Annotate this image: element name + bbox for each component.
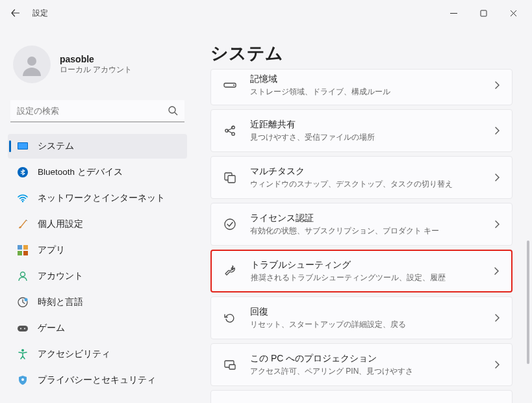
multitask-icon: [223, 170, 237, 185]
search-icon: [168, 105, 178, 116]
svg-point-13: [25, 298, 28, 302]
svg-point-26: [225, 219, 235, 229]
shield-icon: [17, 374, 29, 386]
close-icon: [510, 10, 517, 17]
card-title: 近距離共有: [250, 119, 375, 131]
chevron-right-icon: [494, 173, 500, 182]
nav-label: アクセシビリティ: [38, 348, 110, 360]
search-box[interactable]: [10, 100, 184, 122]
svg-point-20: [233, 84, 234, 86]
game-icon: [17, 322, 29, 334]
card-storage[interactable]: 記憶域 ストレージ領域、ドライブ、構成ルール: [210, 69, 513, 105]
card-subtitle: 推奨されるトラブルシューティングツール、設定、履歴: [251, 272, 446, 283]
svg-point-23: [232, 133, 234, 135]
nav-system[interactable]: システム: [8, 134, 187, 159]
recovery-icon: [223, 311, 237, 325]
card-subtitle: 見つけやすさ、受信ファイルの場所: [250, 132, 375, 143]
check-circle-icon: [223, 217, 237, 231]
nav-privacy[interactable]: プライバシーとセキュリティ: [8, 368, 187, 393]
nav-gaming[interactable]: ゲーム: [8, 316, 187, 341]
svg-point-18: [21, 378, 24, 381]
minimize-button[interactable]: [438, 3, 468, 23]
brush-icon: [17, 218, 29, 230]
card-subtitle: リセット、スタートアップの詳細設定、戻る: [250, 319, 406, 330]
nav-bluetooth[interactable]: Bluetooth とデバイス: [8, 160, 187, 185]
nav-label: アプリ: [38, 244, 65, 256]
nav-personalization[interactable]: 個人用設定: [8, 212, 187, 237]
nav-network[interactable]: ネットワークとインターネット: [8, 186, 187, 211]
scrollbar-vertical[interactable]: [527, 240, 529, 364]
wrench-icon: [223, 264, 238, 278]
projection-icon: [223, 358, 237, 372]
user-name: pasoble: [60, 54, 132, 64]
card-activation[interactable]: ライセンス認証 有効化の状態、サブスクリプション、プロダクト キー: [210, 203, 513, 246]
svg-point-6: [22, 201, 23, 202]
storage-icon: [223, 78, 237, 92]
card-title: 記憶域: [250, 73, 390, 85]
back-icon: [10, 8, 21, 18]
search-input[interactable]: [10, 100, 184, 122]
svg-rect-9: [18, 251, 22, 255]
card-nearby-share[interactable]: 近距離共有 見つけやすさ、受信ファイルの場所: [210, 109, 513, 152]
chevron-right-icon: [493, 266, 500, 276]
user-block[interactable]: pasoble ローカル アカウント: [8, 34, 187, 100]
card-title: 回復: [250, 306, 406, 318]
nav-time[interactable]: 時刻と言語: [8, 290, 187, 315]
window-controls: [438, 3, 528, 23]
nav-accounts[interactable]: アカウント: [8, 264, 187, 289]
main: システム 記憶域 ストレージ領域、ドライブ、構成ルール 近距離共有 見つけやすさ…: [195, 26, 532, 403]
app-title: 設定: [32, 8, 48, 19]
minimize-icon: [450, 10, 457, 17]
user-subtitle: ローカル アカウント: [60, 64, 132, 75]
card-subtitle: ストレージ領域、ドライブ、構成ルール: [250, 86, 390, 98]
nav-label: システム: [38, 140, 74, 152]
nav-label: ゲーム: [38, 322, 65, 334]
sidebar: pasoble ローカル アカウント システム Bluetooth とデバイス …: [0, 26, 195, 403]
svg-rect-7: [18, 245, 22, 250]
account-icon: [17, 270, 29, 282]
close-button[interactable]: [498, 3, 528, 23]
nav-label: ネットワークとインターネット: [38, 192, 165, 204]
settings-list[interactable]: 記憶域 ストレージ領域、ドライブ、構成ルール 近距離共有 見つけやすさ、受信ファ…: [210, 69, 516, 403]
accessibility-icon: [17, 348, 29, 360]
nav-label: Bluetooth とデバイス: [38, 166, 123, 178]
chevron-right-icon: [494, 81, 500, 90]
svg-point-11: [21, 272, 25, 277]
svg-point-16: [24, 328, 25, 330]
card-subtitle: アクセス許可、ペアリング PIN、見つけやすさ: [250, 366, 413, 377]
maximize-button[interactable]: [468, 3, 498, 23]
page-title: システム: [210, 42, 516, 65]
nav-label: 個人用設定: [38, 218, 83, 230]
svg-rect-0: [481, 10, 487, 16]
card-recovery[interactable]: 回復 リセット、スタートアップの詳細設定、戻る: [210, 296, 513, 339]
nav-apps[interactable]: アプリ: [8, 238, 187, 263]
chevron-right-icon: [494, 313, 500, 322]
person-icon: [19, 51, 45, 77]
card-multitask[interactable]: マルチタスク ウィンドウのスナップ、デスクトップ、タスクの切り替え: [210, 156, 513, 199]
back-button[interactable]: [4, 1, 27, 25]
bluetooth-icon: [17, 166, 29, 178]
svg-rect-14: [18, 326, 28, 332]
wifi-icon: [17, 192, 29, 204]
avatar: [13, 46, 51, 83]
svg-point-15: [20, 328, 21, 330]
chevron-right-icon: [494, 126, 500, 135]
nav-accessibility[interactable]: アクセシビリティ: [8, 342, 187, 367]
nav-label: アカウント: [38, 270, 83, 282]
clock-icon: [17, 296, 29, 308]
chevron-right-icon: [494, 360, 500, 369]
maximize-icon: [480, 10, 487, 17]
card-subtitle: 有効化の状態、サブスクリプション、プロダクト キー: [250, 226, 439, 237]
svg-point-17: [21, 349, 24, 352]
svg-point-2: [169, 107, 175, 113]
card-remote-desktop[interactable]: [210, 390, 513, 403]
card-projection[interactable]: この PC へのプロジェクション アクセス許可、ペアリング PIN、見つけやすさ: [210, 343, 513, 386]
share-icon: [223, 124, 237, 138]
svg-rect-4: [18, 143, 27, 149]
svg-point-1: [27, 57, 36, 66]
card-troubleshoot[interactable]: トラブルシューティング 推奨されるトラブルシューティングツール、設定、履歴: [210, 250, 513, 292]
nav-label: 時刻と言語: [38, 296, 83, 308]
svg-rect-8: [23, 245, 28, 250]
card-title: マルチタスク: [250, 166, 453, 177]
card-title: この PC へのプロジェクション: [250, 353, 413, 365]
